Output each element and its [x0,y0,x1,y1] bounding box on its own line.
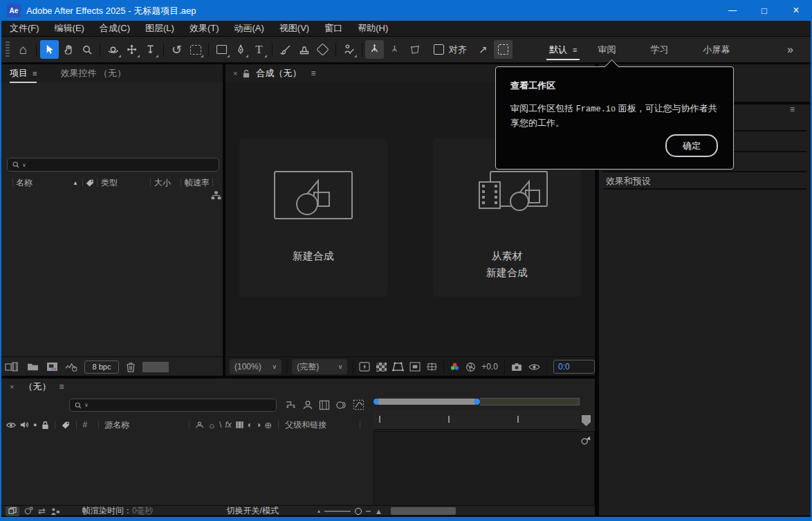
mask-visibility-button[interactable] [392,360,404,373]
navigator-remaining-range[interactable] [480,398,580,405]
menu-help[interactable]: 帮助(H) [358,22,388,35]
exposure-value[interactable]: +0.0 [481,362,498,372]
timeline-h-scrollbar-thumb[interactable] [391,507,456,515]
tab-project[interactable]: 项目 ≡ [10,67,37,80]
selection-tool[interactable] [40,40,59,59]
adjustment-layer-switch-icon[interactable]: ◑ [256,420,261,430]
expand-layer-switches-button[interactable] [6,506,19,516]
draft-3d-icon[interactable] [302,400,313,410]
time-ruler[interactable] [373,410,580,430]
panel-close-icon[interactable]: × [233,69,237,77]
zoom-out-icon[interactable]: ▴ [317,508,320,514]
view-axis-mode-button[interactable] [405,40,424,59]
menu-file[interactable]: 文件(F) [10,22,39,35]
timecode-field[interactable]: 0:0 [553,360,595,374]
resolution-dropdown[interactable]: (完整) ∨ [292,359,347,374]
new-folder-icon[interactable] [27,362,39,372]
maximize-button[interactable]: □ [748,0,780,21]
local-axis-mode-button[interactable] [365,40,384,59]
menu-layer[interactable]: 图层(L) [145,22,174,35]
zoom-slider-track[interactable] [324,511,351,512]
expand-render-time-icon[interactable] [50,507,60,515]
fast-previews-button[interactable] [359,360,370,373]
frame-blending-icon[interactable] [319,400,330,410]
rectangle-tool[interactable] [212,40,231,59]
three-d-layer-switch-icon[interactable]: ⊕ [264,420,272,430]
expand-in-out-icon[interactable]: ⇄ [38,506,46,516]
solo-icon[interactable]: ● [33,421,37,428]
channel-button[interactable] [450,360,460,373]
transparency-grid-button[interactable] [376,360,386,373]
tooltip-ok-button[interactable]: 确定 [665,134,718,157]
menu-animation[interactable]: 动画(A) [234,22,264,35]
text-tool[interactable]: T [250,40,268,59]
snap-toggle[interactable]: 对齐 [434,44,467,56]
graph-editor-icon[interactable] [353,399,365,410]
audio-icon[interactable] [20,421,28,429]
shy-icon[interactable] [195,421,204,430]
pan-camera-tool[interactable] [122,40,141,59]
column-frame-rate[interactable]: 帧速率 [185,177,210,189]
trash-icon[interactable] [126,362,136,372]
dolly-camera-tool[interactable] [141,40,160,59]
show-snapshot-button[interactable] [528,360,540,373]
column-number[interactable]: # [82,420,87,430]
rotation-tool[interactable]: ↺ [167,40,186,59]
label-color-icon[interactable] [61,420,71,430]
frame-blend-switch-icon[interactable] [235,421,244,429]
home-button[interactable]: ⌂ [14,40,33,59]
comp-marker-button-icon[interactable] [580,435,591,446]
zoom-tool[interactable] [77,40,96,59]
expand-transfer-controls-icon[interactable] [24,506,33,515]
composition-panel-menu-icon[interactable]: ≡ [311,68,315,78]
project-search-input[interactable]: ∨ [7,158,219,172]
new-composition-icon[interactable] [46,362,58,372]
menu-window[interactable]: 窗口 [324,22,342,35]
quality-icon[interactable]: \ [219,420,221,430]
timeline-panel-menu-icon[interactable]: ≡ [59,382,64,392]
new-composition-card[interactable]: 新建合成 [239,138,387,297]
sidebar-panel-menu-icon[interactable]: ≡ [790,104,795,114]
interpret-footage-icon[interactable] [5,362,19,372]
camera-tool[interactable] [186,40,205,59]
workspace-tab-default[interactable]: 默认 ≡ [546,37,580,62]
magnification-dropdown[interactable]: (100%) ∨ [230,359,282,374]
workspace-tab-small-screen[interactable]: 小屏幕 [700,37,732,62]
project-settings-icon[interactable] [65,362,77,372]
snap-checkbox[interactable] [434,44,444,55]
snap-along-edges-button[interactable]: ↗ [474,40,492,59]
roto-brush-tool[interactable] [340,40,358,59]
collapse-transformations-icon[interactable]: ☼ [207,420,216,430]
footer-scrollbar-thumb[interactable] [142,362,169,372]
panel-close-icon[interactable]: × [10,383,14,391]
bit-depth-button[interactable]: 8 bpc [84,360,119,374]
toolbar-grip[interactable] [6,42,10,58]
workspace-tab-learn[interactable]: 学习 [647,37,671,62]
navigator-viewed-range[interactable] [378,399,475,405]
column-size[interactable]: 大小 [154,177,171,189]
menu-composition[interactable]: 合成(C) [100,22,130,35]
snapshot-button[interactable] [511,360,522,373]
tab-effect-controls[interactable]: 效果控件 （无） [60,67,126,80]
motion-blur-switch-icon[interactable]: ◐ [248,420,252,430]
unlock-icon[interactable] [243,69,250,78]
hand-tool[interactable] [59,40,77,59]
pen-tool[interactable] [231,40,250,59]
clone-stamp-tool[interactable] [295,40,313,59]
region-of-interest-button[interactable] [409,360,421,373]
composition-tab-label[interactable]: 合成（无） [256,67,301,80]
effects-presets-panel-title[interactable]: 效果和预设 [606,175,651,188]
eraser-tool[interactable] [313,40,332,59]
motion-blur-icon[interactable] [335,400,347,410]
sort-ascending-icon[interactable]: ▲ [73,180,78,186]
marker-bin-icon[interactable] [581,414,591,427]
column-parent-link[interactable]: 父级和链接 [285,419,326,431]
effects-switch-icon[interactable]: fx [225,420,231,430]
minimize-button[interactable]: — [717,0,748,21]
workspace-tab-review[interactable]: 审阅 [595,37,618,62]
menu-effect[interactable]: 效果(T) [190,22,219,35]
label-color-icon[interactable] [85,178,95,188]
mini-flowchart-icon[interactable] [285,400,297,410]
world-axis-mode-button[interactable] [385,40,404,59]
column-type[interactable]: 类型 [101,177,118,189]
